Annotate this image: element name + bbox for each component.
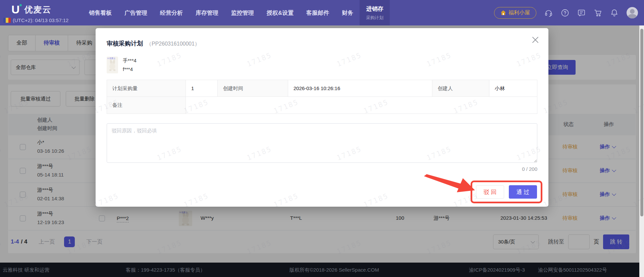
cart-icon[interactable] [594, 9, 602, 17]
product-name-line1: 手***4 [123, 56, 137, 65]
help-icon[interactable] [561, 9, 569, 17]
menu-item-monitor[interactable]: 监控管理 [225, 0, 260, 25]
qty-value: 1 [186, 80, 218, 97]
reject-reason-textarea[interactable] [107, 123, 537, 163]
menu-item-sales-board[interactable]: 销售看板 [83, 0, 118, 25]
timezone-clock: (UTC+2): 04/13 03:57:12 [3, 17, 68, 23]
creator-label: 创建人 [432, 80, 489, 97]
created-value: 2026-03-16 10:26:16 [288, 80, 432, 97]
timezone-time: (UTC+2): 04/13 03:57:12 [13, 17, 68, 23]
product-name-line2: f***4 [123, 65, 137, 74]
brand-logo[interactable]: U 优麦云 [11, 3, 52, 15]
remark-value [186, 97, 537, 114]
user-avatar[interactable] [627, 7, 638, 18]
scrollbar-thumb[interactable] [640, 29, 643, 216]
menu-item-service-mail[interactable]: 客服邮件 [300, 0, 335, 25]
qty-label: 计划采购量 [107, 80, 186, 97]
message-icon[interactable] [577, 9, 586, 17]
romania-flag-icon [3, 18, 11, 23]
main-menu: 销售看板 广告管理 经营分析 库存管理 监控管理 授权&设置 客服邮件 财务 进… [83, 0, 390, 25]
plan-code: （PP260316100001） [146, 41, 200, 48]
menu-item-erp-label: 进销存 [366, 5, 383, 13]
review-purchase-plan-modal: 审核采购计划 （PP260316100001） U 优麦云 手***4 f***… [96, 28, 548, 207]
modal-product: U 优麦云 手***4 f***4 [107, 56, 537, 74]
close-icon[interactable] [532, 36, 539, 44]
top-navbar: U 优麦云 (UTC+2): 04/13 03:57:12 销售看板 广告管理 … [0, 0, 644, 25]
product-image: U 优麦云 [107, 57, 118, 73]
menu-item-inventory[interactable]: 库存管理 [189, 0, 225, 25]
image-watermark: U 优麦云 [107, 57, 115, 60]
menu-item-analysis[interactable]: 经营分析 [154, 0, 189, 25]
notification-bell-icon[interactable] [610, 9, 619, 17]
navbar-right: 福利小屋 [494, 0, 638, 25]
char-counter: 0 / 200 [107, 166, 537, 172]
brand-name: 优麦云 [24, 4, 52, 15]
approve-button[interactable]: 通 过 [509, 185, 537, 199]
scrollbar-track [639, 25, 644, 277]
creator-value: 小林 [489, 80, 537, 97]
menu-item-erp-active[interactable]: 进销存 采购计划 [360, 0, 390, 25]
reject-button[interactable]: 驳 回 [476, 185, 504, 199]
remark-label: 备注 [107, 97, 186, 114]
created-label: 创建时间 [218, 80, 288, 97]
annotation-highlight-box: 驳 回 通 过 [471, 181, 542, 203]
menu-subitem-purchase-plan[interactable]: 采购计划 [366, 15, 383, 21]
menu-item-ads[interactable]: 广告管理 [118, 0, 154, 25]
menu-item-finance[interactable]: 财务 [335, 0, 360, 25]
welfare-label: 福利小屋 [508, 9, 530, 16]
house-icon [500, 10, 506, 15]
logo-u-icon: U [11, 3, 20, 15]
menu-item-auth-settings[interactable]: 授权&设置 [260, 0, 300, 25]
customer-service-icon[interactable] [544, 9, 553, 17]
detail-table: 计划采购量 1 创建时间 2026-03-16 10:26:16 创建人 小林 … [107, 80, 537, 114]
welfare-house-button[interactable]: 福利小屋 [494, 7, 536, 19]
modal-title: 审核采购计划 [107, 40, 143, 48]
